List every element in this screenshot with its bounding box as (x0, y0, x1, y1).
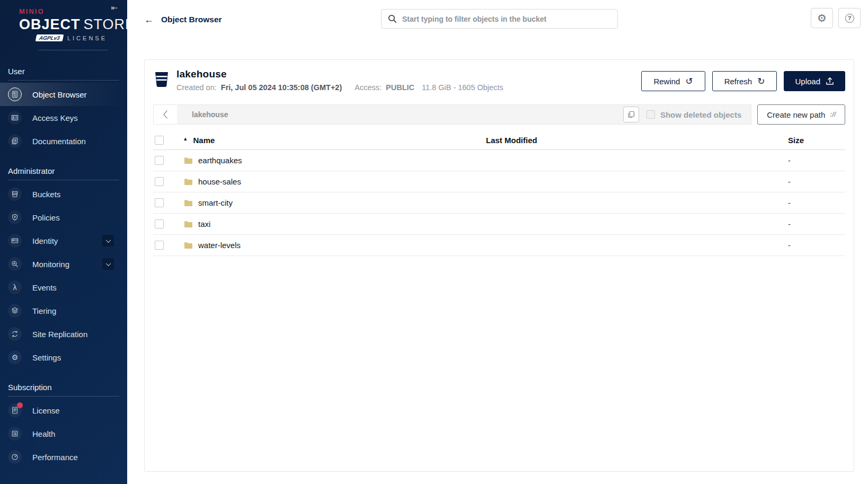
bucket-browser-card: lakehouse Created on: Fri, Jul 05 2024 1… (144, 59, 854, 472)
sidebar-item-object-browser[interactable]: Object Browser (0, 83, 127, 106)
column-header-modified[interactable]: Last Modified (486, 136, 788, 145)
settings-button[interactable]: ⚙ (811, 8, 833, 28)
sidebar-item-health[interactable]: Health (0, 422, 127, 445)
folder-icon (184, 242, 193, 249)
sidebar-item-label: Object Browser (32, 90, 87, 99)
license-doc-icon (11, 407, 19, 414)
bucket-icon (154, 72, 169, 87)
create-new-path-button[interactable]: Create new path :// (757, 104, 845, 125)
topbar: ← Object Browser ⚙ ? (127, 0, 868, 40)
sidebar-item-documentation[interactable]: Documentation (0, 129, 127, 153)
refresh-button[interactable]: Refresh ↻ (712, 71, 777, 91)
chevron-left-icon (162, 110, 169, 119)
object-size: - (788, 177, 845, 186)
object-name: house-sales (198, 177, 241, 186)
object-name: taxi (198, 219, 210, 228)
row-checkbox[interactable] (155, 219, 164, 228)
sidebar-section-user: User Object Browser Access Keys Document… (0, 53, 127, 153)
browse-bar: lakehouse Show deleted objects Create ne… (153, 104, 845, 125)
sidebar-item-site-replication[interactable]: Site Replication (0, 322, 127, 346)
row-checkbox[interactable] (155, 177, 164, 186)
tiering-layers-icon (11, 307, 19, 314)
access-keys-icon (11, 114, 19, 121)
sort-asc-icon[interactable]: ▴ (184, 135, 187, 142)
gear-icon: ⚙ (817, 12, 827, 24)
agpl-badge: AGPLv3 (36, 34, 64, 41)
select-all-checkbox[interactable] (155, 136, 164, 145)
object-name: water-levels (198, 241, 241, 250)
sidebar-item-label: Buckets (32, 190, 60, 199)
upload-icon (826, 77, 834, 85)
sidebar-item-label: License (32, 406, 60, 415)
bucket-name: lakehouse (176, 68, 503, 80)
performance-gauge-icon (11, 453, 19, 461)
events-lambda-icon: λ (13, 284, 17, 291)
sidebar-item-settings[interactable]: ⚙ Settings (0, 346, 127, 369)
row-checkbox[interactable] (155, 198, 164, 207)
rewind-label: Rewind (653, 77, 680, 86)
show-deleted-checkbox[interactable] (646, 110, 655, 119)
divider (8, 80, 119, 81)
refresh-label: Refresh (724, 77, 752, 86)
sidebar-item-label: Identity (32, 236, 58, 245)
column-header-size[interactable]: Size (788, 136, 845, 145)
license-row: AGPLv3 LICENSE (19, 34, 107, 41)
objects-table: ▴ Name Last Modified Size earthquakes - (153, 131, 845, 256)
monitoring-icon (11, 260, 19, 268)
path-back-button[interactable] (154, 105, 177, 124)
chevron-down-icon (105, 237, 111, 243)
sidebar-item-monitoring[interactable]: Monitoring (0, 252, 127, 276)
table-header-row: ▴ Name Last Modified Size (153, 131, 845, 150)
sidebar-item-access-keys[interactable]: Access Keys (0, 106, 127, 129)
current-path: lakehouse (177, 110, 623, 119)
object-name: smart-city (198, 198, 233, 207)
access-label: Access: (355, 83, 382, 92)
rewind-button[interactable]: Rewind ↺ (641, 71, 705, 91)
sidebar-item-label: Policies (32, 213, 60, 222)
show-deleted-toggle[interactable]: Show deleted objects (646, 110, 741, 119)
sidebar-item-label: Performance (32, 453, 78, 462)
expand-chevron[interactable] (102, 258, 114, 270)
sidebar-item-events[interactable]: λ Events (0, 276, 127, 299)
sidebar-collapse-icon[interactable]: ⇤ (111, 3, 118, 13)
sidebar-item-policies[interactable]: Policies (0, 206, 127, 229)
back-arrow-icon[interactable]: ← (144, 15, 154, 24)
logo-object: OBJECT (19, 16, 81, 32)
sidebar-item-license[interactable]: License (0, 399, 127, 422)
sidebar-section-administrator: Administrator Buckets Policies Identity … (0, 153, 127, 369)
identity-icon (11, 237, 19, 244)
sidebar-item-tiering[interactable]: Tiering (0, 299, 127, 322)
sidebar-item-buckets[interactable]: Buckets (0, 182, 127, 206)
show-deleted-label: Show deleted objects (660, 110, 741, 119)
table-row[interactable]: house-sales - (153, 171, 845, 192)
copy-path-button[interactable] (623, 107, 639, 122)
upload-button[interactable]: Upload (784, 71, 845, 91)
search-input[interactable] (402, 15, 612, 23)
sidebar-item-label: Documentation (32, 137, 86, 146)
site-replication-icon (11, 330, 19, 338)
bucket-stats: 11.8 GiB - 1605 Objects (422, 83, 503, 92)
table-row[interactable]: water-levels - (153, 235, 845, 256)
object-size: - (788, 241, 845, 250)
upload-label: Upload (795, 77, 820, 86)
refresh-icon: ↻ (757, 76, 765, 87)
gear-icon: ⚙ (12, 354, 19, 361)
access-value[interactable]: PUBLIC (386, 83, 414, 92)
help-button[interactable]: ? (838, 8, 861, 28)
table-row[interactable]: earthquakes - (153, 150, 845, 171)
create-new-path-label: Create new path (767, 110, 825, 119)
created-value: Fri, Jul 05 2024 10:35:08 (GMT+2) (221, 83, 342, 92)
sidebar-item-identity[interactable]: Identity (0, 229, 127, 252)
column-header-name[interactable]: Name (193, 136, 215, 145)
expand-chevron[interactable] (102, 235, 114, 247)
sidebar-item-performance[interactable]: Performance (0, 445, 127, 469)
main-area: ← Object Browser ⚙ ? lakehouse Created o… (127, 0, 868, 484)
sidebar: ⇤ MINIO OBJECTSTORE AGPLv3 LICENSE User … (0, 0, 127, 484)
table-row[interactable]: smart-city - (153, 192, 845, 214)
row-checkbox[interactable] (155, 156, 164, 165)
row-checkbox[interactable] (155, 241, 164, 250)
table-row[interactable]: taxi - (153, 214, 845, 235)
copy-icon (627, 111, 635, 118)
divider (8, 396, 119, 397)
folder-icon (184, 157, 193, 164)
